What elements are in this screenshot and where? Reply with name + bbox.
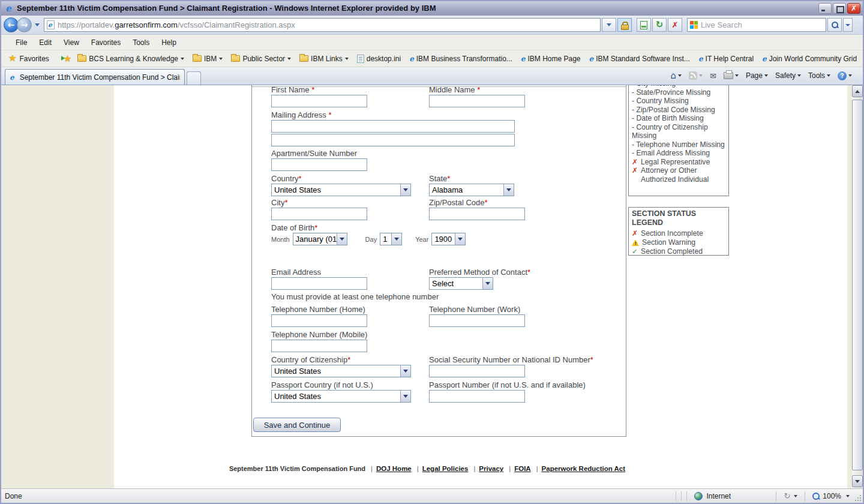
menu-file[interactable]: File <box>10 35 33 50</box>
safety-menu-button[interactable]: Safety <box>773 71 803 80</box>
footer-link-doj-home[interactable]: DOJ Home <box>376 465 412 472</box>
address-bar[interactable]: e https://portaldev.garretsonfirm.com/vc… <box>44 18 601 32</box>
navigation-bar: ← → e https://portaldev.garretsonfirm.co… <box>1 16 863 35</box>
restore-button[interactable] <box>833 3 846 14</box>
home-icon: ⌂ <box>670 71 676 80</box>
citizenship-select[interactable]: United States <box>271 365 411 377</box>
vertical-scrollbar[interactable] <box>852 85 863 488</box>
refresh-button[interactable]: ↻ <box>652 18 667 32</box>
mailing-address-line1-input[interactable] <box>271 120 515 133</box>
dob-day-select[interactable]: 1 <box>380 233 402 245</box>
middle-name-input[interactable] <box>429 95 525 107</box>
phone-work-input[interactable] <box>429 314 525 327</box>
menu-help[interactable]: Help <box>155 35 182 50</box>
live-search-box[interactable] <box>687 18 826 32</box>
favorites-folder-ibm-links[interactable]: IBM Links <box>299 55 349 63</box>
minimize-button[interactable] <box>818 3 832 14</box>
protected-mode-button[interactable]: ↻ <box>779 492 802 500</box>
search-input[interactable] <box>701 20 823 29</box>
ini-file-icon <box>357 55 364 63</box>
chevron-down-icon[interactable] <box>400 391 410 402</box>
favorites-link-it-help[interactable]: eIT Help Central <box>698 55 754 63</box>
add-to-favorites-button[interactable]: ★ <box>64 53 71 64</box>
address-dropdown-button[interactable] <box>602 18 616 32</box>
footer-link-legal-policies[interactable]: Legal Policies <box>422 465 469 472</box>
section-status-legend: SECTION STATUS LEGEND ✗Section Incomplet… <box>628 207 729 256</box>
chevron-down-icon[interactable] <box>400 365 410 377</box>
scroll-up-button[interactable] <box>852 85 863 97</box>
phone-home-input[interactable] <box>271 314 367 327</box>
footer-link-paperwork[interactable]: Paperwork Reduction Act <box>542 465 626 472</box>
feeds-button[interactable] <box>686 71 705 80</box>
read-mail-button[interactable]: ✉ <box>707 72 719 80</box>
favorites-link-ibm-software[interactable]: eIBM Standard Software Inst... <box>589 55 690 63</box>
new-tab-button[interactable] <box>187 71 201 85</box>
zoom-level: 100% <box>823 492 841 500</box>
favorites-item-desktop-ini[interactable]: desktop.ini <box>357 55 401 63</box>
footer-link-privacy[interactable]: Privacy <box>479 465 503 472</box>
first-name-input[interactable] <box>271 95 367 107</box>
passport-number-input[interactable] <box>429 390 525 403</box>
active-tab[interactable]: e September 11th Victim Compensation Fun… <box>5 69 185 85</box>
x-mark-icon: ✗ <box>632 158 638 167</box>
menu-tools[interactable]: Tools <box>127 35 155 50</box>
page-menu-button[interactable]: Page <box>743 71 770 80</box>
stop-button[interactable]: ✗ <box>668 18 682 32</box>
security-lock-icon[interactable] <box>617 18 632 32</box>
resize-grip[interactable] <box>854 489 863 503</box>
chevron-down-icon[interactable] <box>455 233 465 245</box>
favorites-button[interactable]: Favorites <box>19 55 49 63</box>
chevron-down-icon[interactable] <box>503 184 514 196</box>
country-select[interactable]: United States <box>271 184 411 196</box>
menu-edit[interactable]: Edit <box>33 35 58 50</box>
forward-button[interactable]: → <box>17 17 32 32</box>
contact-method-select[interactable]: Select <box>429 277 493 290</box>
chevron-down-icon[interactable] <box>400 184 410 196</box>
chevron-down-icon[interactable] <box>391 233 401 245</box>
warning-icon: ! <box>632 239 639 246</box>
search-options-dropdown[interactable] <box>843 18 853 32</box>
dob-year-select[interactable]: 1900 <box>431 233 466 245</box>
phone-mobile-input[interactable] <box>271 340 367 352</box>
zip-input[interactable] <box>429 208 525 220</box>
menu-favorites[interactable]: Favorites <box>85 35 127 50</box>
search-icon <box>832 22 838 28</box>
favorites-link-ibm-home[interactable]: eIBM Home Page <box>521 55 581 63</box>
recent-pages-dropdown[interactable] <box>33 20 41 30</box>
page-footer: September 11th Victim Compensation Fund … <box>181 464 673 473</box>
save-and-continue-button[interactable]: Save and Continue <box>253 418 341 432</box>
home-button[interactable]: ⌂ <box>668 71 684 80</box>
section-incomplete-item: ✗Legal Representative <box>632 158 725 167</box>
chevron-down-icon[interactable] <box>337 233 347 245</box>
ssn-input[interactable] <box>429 365 525 377</box>
apartment-input[interactable] <box>271 158 367 171</box>
favorites-folder-public-sector[interactable]: Public Sector <box>231 55 291 63</box>
email-field: Email Address <box>271 268 367 290</box>
city-input[interactable] <box>271 208 367 220</box>
missing-item: - Email Address Missing <box>632 149 725 158</box>
favorites-link-ibm-business[interactable]: eIBM Business Transformatio... <box>409 55 512 63</box>
favorites-folder-bcs[interactable]: BCS Learning & Knowledge <box>77 55 184 63</box>
chevron-down-icon[interactable] <box>482 278 493 289</box>
mailing-address-line2-input[interactable] <box>271 134 515 146</box>
favorites-folder-ibm[interactable]: IBM <box>193 55 223 63</box>
url-text[interactable]: https://portaldev.garretsonfirm.com/vcfs… <box>58 19 295 32</box>
passport-country-select[interactable]: United States <box>271 390 411 403</box>
tools-menu-button[interactable]: Tools <box>806 71 833 80</box>
help-button[interactable]: ? <box>835 71 854 80</box>
zoom-button[interactable]: 100% <box>808 492 854 500</box>
dob-month-select[interactable]: January (01) <box>293 233 347 245</box>
close-button[interactable]: ✗ <box>847 3 860 14</box>
search-button[interactable] <box>827 18 842 32</box>
state-select[interactable]: Alabama <box>429 184 514 196</box>
windows-logo-icon <box>690 21 698 29</box>
menu-view[interactable]: View <box>58 35 85 50</box>
footer-link-foia[interactable]: FOIA <box>514 465 530 472</box>
favorites-link-world-grid[interactable]: eJoin World Community Grid <box>762 55 857 63</box>
title-bar: e September 11th Victim Compensation Fun… <box>1 1 863 16</box>
scroll-down-button[interactable] <box>852 475 863 487</box>
email-input[interactable] <box>271 277 367 290</box>
print-button[interactable] <box>721 72 741 79</box>
compatibility-view-button[interactable] <box>637 18 651 32</box>
scrollbar-thumb[interactable] <box>852 100 863 470</box>
